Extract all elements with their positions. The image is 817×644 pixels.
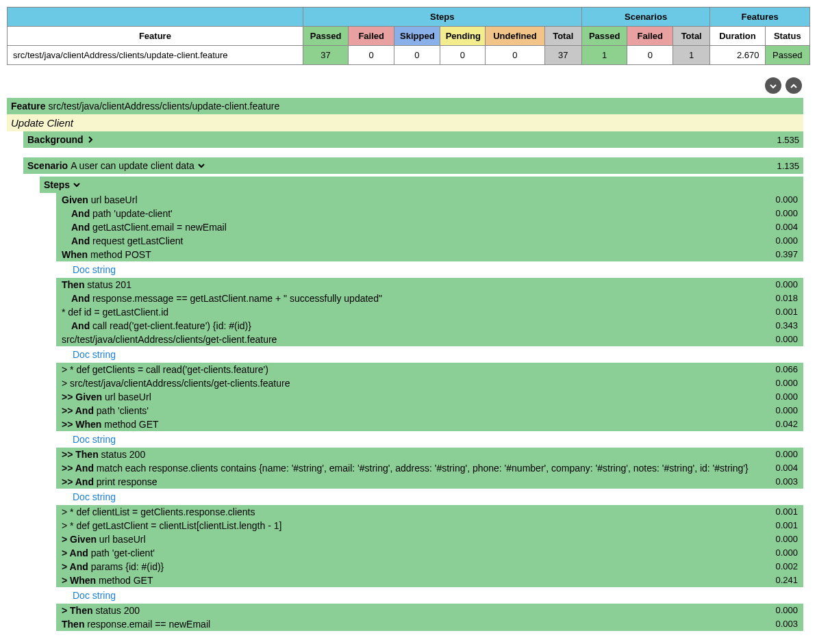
feature-title: Update Client: [7, 114, 803, 131]
step-line: >> When method GET0.042: [56, 417, 803, 431]
step-body: status 200: [95, 605, 140, 616]
col-undefined: Undefined: [486, 27, 544, 46]
table-row: src/test/java/clientAddress/clients/upda…: [8, 46, 810, 65]
step-body: > * def getClients = call read('get-clie…: [62, 364, 268, 375]
header-features: Features: [710, 8, 810, 27]
step-text: > And params {id: #(id)}: [62, 561, 164, 572]
step-line: And request getLastClient0.000: [56, 234, 803, 248]
step-duration: 0.001: [775, 307, 798, 318]
step-duration: 0.000: [775, 391, 798, 402]
chevron-down-icon: [769, 82, 777, 90]
step-line: > * def clientList = getClients.response…: [56, 505, 803, 519]
step-line: And call read('get-client.feature') {id:…: [56, 319, 803, 333]
doc-string-link[interactable]: Doc string: [56, 587, 803, 604]
step-duration: 0.000: [775, 194, 798, 205]
step-body: > src/test/java/clientAddress/clients/ge…: [62, 378, 290, 389]
step-body: match each response.clients contains {na…: [97, 463, 749, 474]
feature-header: Feature src/test/java/clientAddress/clie…: [7, 98, 803, 114]
step-text: > * def getClients = call read('get-clie…: [62, 364, 268, 375]
step-text: And request getLastClient: [62, 235, 183, 246]
step-body: print response: [97, 476, 158, 487]
step-text: >> And print response: [62, 476, 158, 487]
step-text: > * def clientList = getClients.response…: [62, 506, 255, 517]
step-text: Then response.email == newEmail: [62, 619, 210, 630]
col-total: Total: [544, 27, 581, 46]
chevron-up-icon: [790, 82, 798, 90]
step-body: response.message == getLastClient.name +…: [92, 293, 382, 304]
step-line: > * def getLastClient = clientList[clien…: [56, 519, 803, 532]
step-keyword: And: [71, 320, 90, 331]
header-blank: [8, 8, 303, 27]
scenario-label: Scenario: [27, 160, 68, 171]
step-body: path 'get-client': [91, 548, 155, 558]
expand-all-button[interactable]: [765, 77, 781, 94]
background-bar[interactable]: Background 1.535: [23, 131, 803, 148]
step-line: >> And path 'clients'0.000: [56, 404, 803, 417]
step-keyword: And: [71, 222, 90, 233]
step-line: >> Then status 2000.000: [56, 448, 803, 461]
step-line: >> Given url baseUrl0.000: [56, 390, 803, 404]
step-line: And response.message == getLastClient.na…: [56, 292, 803, 305]
step-keyword: >> And: [62, 476, 94, 487]
step-line: > src/test/java/clientAddress/clients/ge…: [56, 376, 803, 390]
feature-label: Feature: [11, 101, 46, 112]
step-duration: 0.000: [775, 548, 798, 558]
step-body: call read('get-client.feature') {id: #(i…: [92, 320, 251, 331]
cell-feature-path[interactable]: src/test/java/clientAddress/clients/upda…: [8, 46, 303, 65]
scenario-time: 1.135: [777, 161, 799, 171]
step-body: status 200: [101, 449, 146, 460]
doc-string-link[interactable]: Doc string: [56, 431, 803, 448]
step-duration: 0.397: [775, 249, 798, 260]
step-body: status 201: [87, 279, 131, 290]
step-body: url baseUrl: [91, 194, 138, 205]
step-duration: 0.000: [775, 605, 798, 616]
step-text: > Then status 200: [62, 605, 140, 616]
step-keyword: And: [71, 208, 90, 219]
step-line: Then response.email == newEmail0.003: [56, 617, 803, 631]
step-duration: 0.003: [775, 619, 798, 630]
background-label: Background: [27, 134, 84, 145]
step-line: > And params {id: #(id)}0.002: [56, 560, 803, 574]
scenario-bar[interactable]: Scenario A user can update client data 1…: [23, 157, 803, 174]
step-line: * def id = getLastClient.id0.001: [56, 305, 803, 319]
step-duration: 0.004: [775, 463, 798, 474]
cell-total: 37: [544, 46, 581, 65]
step-keyword: > And: [62, 561, 88, 572]
step-keyword: > Given: [62, 534, 97, 545]
scenario-name: A user can update client data: [71, 160, 194, 171]
summary-table: Steps Scenarios Features Feature Passed …: [7, 7, 810, 65]
step-duration: 0.000: [775, 405, 798, 416]
doc-string-link[interactable]: Doc string: [56, 261, 803, 278]
cell-skipped: 0: [394, 46, 440, 65]
col-sc-passed: Passed: [581, 27, 627, 46]
col-skipped: Skipped: [394, 27, 440, 46]
chevron-down-icon: [73, 181, 81, 189]
step-body: * def id = getLastClient.id: [62, 307, 168, 318]
cell-failed: 0: [349, 46, 394, 65]
step-text: And call read('get-client.feature') {id:…: [62, 320, 251, 331]
doc-string-link[interactable]: Doc string: [56, 346, 803, 363]
chevron-down-icon: [197, 162, 205, 170]
step-text: > When method GET: [62, 575, 153, 586]
step-body: getLastClient.email = newEmail: [92, 222, 227, 233]
step-duration: 0.002: [775, 561, 798, 572]
step-duration: 0.000: [775, 235, 798, 246]
step-keyword: >> When: [62, 419, 101, 430]
step-body: request getLastClient: [92, 235, 183, 246]
step-keyword: > Then: [62, 605, 93, 616]
collapse-all-button[interactable]: [785, 77, 802, 94]
step-line: Given url baseUrl0.000: [56, 193, 803, 207]
col-pending: Pending: [440, 27, 486, 46]
step-duration: 0.000: [775, 449, 798, 460]
doc-string-link[interactable]: Doc string: [56, 489, 803, 505]
steps-bar[interactable]: Steps: [40, 177, 803, 193]
cell-pending: 0: [440, 46, 486, 65]
cell-duration: 2.670: [710, 46, 765, 65]
step-keyword: Then: [62, 619, 84, 630]
step-text: src/test/java/clientAddress/clients/get-…: [62, 334, 277, 345]
step-keyword: > When: [62, 575, 96, 586]
step-body: params {id: #(id)}: [91, 561, 164, 572]
step-body: method GET: [104, 419, 158, 430]
step-line: src/test/java/clientAddress/clients/get-…: [56, 333, 803, 346]
step-keyword: > And: [62, 548, 88, 558]
